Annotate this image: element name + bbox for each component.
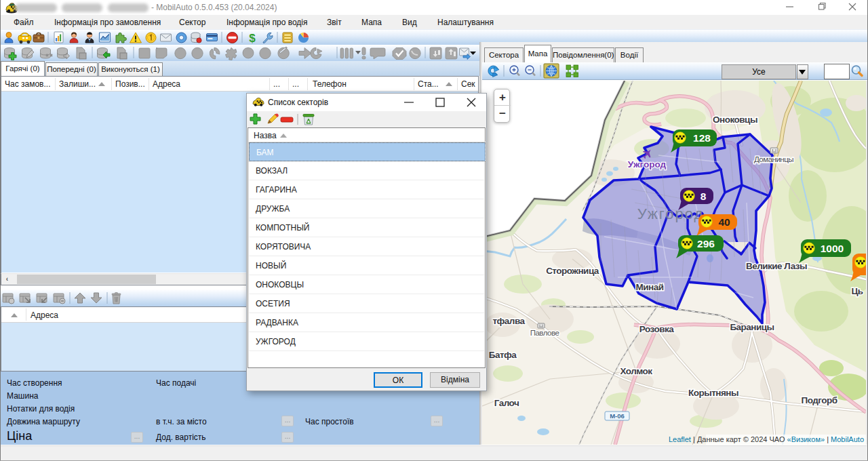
svg-text:М-06: М-06 xyxy=(610,412,625,420)
svg-text:1000: 1000 xyxy=(821,243,844,254)
svg-text:Бараницы: Бараницы xyxy=(730,322,774,332)
svg-text:Ужгород: Ужгород xyxy=(637,205,705,222)
svg-text:Батфа: Батфа xyxy=(489,350,517,360)
svg-text:Подгорб: Подгорб xyxy=(801,395,837,405)
svg-text:Leaflet | Данные карт © 2024 Ч: Leaflet | Данные карт © 2024 ЧАО «Визико… xyxy=(669,435,864,443)
svg-text:Минай: Минай xyxy=(635,282,663,292)
svg-text:тфалва: тфалва xyxy=(492,316,525,326)
svg-text:Доманинцы: Доманинцы xyxy=(754,155,793,163)
svg-text:296: 296 xyxy=(697,238,715,249)
svg-text:Сторожница: Сторожница xyxy=(546,266,599,276)
svg-text:Холмок: Холмок xyxy=(620,366,652,376)
svg-text:40: 40 xyxy=(718,216,730,228)
svg-text:Корытняны: Корытняны xyxy=(688,388,738,398)
svg-text:Великие Лазы: Великие Лазы xyxy=(746,261,807,271)
svg-text:Оноковцы: Оноковцы xyxy=(713,115,757,125)
svg-text:Ужгород: Ужгород xyxy=(628,159,667,169)
svg-text:Ць: Ць xyxy=(851,286,863,296)
svg-text:Розовка: Розовка xyxy=(639,324,674,334)
svg-text:8: 8 xyxy=(701,191,707,202)
svg-text:$: $ xyxy=(249,32,256,45)
svg-text:128: 128 xyxy=(693,132,711,144)
svg-text:Галоч: Галоч xyxy=(494,398,519,408)
svg-text:Павлове: Павлове xyxy=(530,329,559,337)
